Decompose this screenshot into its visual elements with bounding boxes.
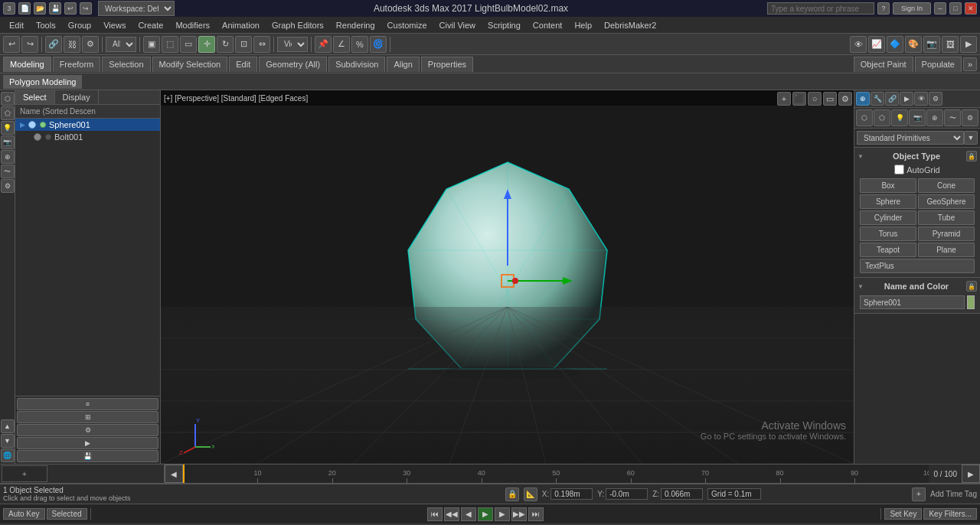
render-btn[interactable]: ▶ [960,36,977,53]
measure-icon[interactable]: 📐 [524,488,537,501]
scene-display-tab[interactable]: Display [55,90,99,104]
bind-tool[interactable]: ⚙ [82,36,99,53]
move-keys[interactable]: ▲ [1,419,15,433]
tab-subdivision[interactable]: Subdivision [328,57,385,72]
vp-cube[interactable]: ⬛ [792,92,806,106]
rp-helper-icon[interactable]: ⊕ [926,109,943,126]
vp-settings[interactable]: ⚙ [838,92,852,106]
move-keys2[interactable]: ▼ [1,434,15,448]
render-setup[interactable]: 📷 [923,36,940,53]
object-type-lock[interactable]: 🔒 [966,151,977,161]
add-time-tag-btn[interactable]: + [912,488,926,501]
move-tool[interactable]: ✛ [198,36,215,53]
rp-spacewarp-icon[interactable]: 〜 [944,109,961,126]
box-btn[interactable]: Box [860,178,916,193]
create-space-warps[interactable]: 〜 [1,165,15,178]
panel-polygon-modeling[interactable]: Polygon Modeling [3,75,82,89]
rp-display-icon[interactable]: 👁 [914,92,928,106]
menu-civil-view[interactable]: Civil View [433,19,482,31]
help-btn[interactable]: ? [877,2,890,15]
autogrid-checkbox[interactable] [894,165,904,174]
color-swatch[interactable] [967,295,975,309]
name-color-lock[interactable]: 🔒 [966,281,977,292]
menu-customize[interactable]: Customize [381,19,433,31]
select-region[interactable]: ⬚ [162,36,178,53]
rp-light-icon[interactable]: 💡 [891,109,908,126]
scene-explorer[interactable]: 🌐 [1,448,15,462]
new-btn[interactable]: 📄 [18,2,31,15]
mirror-tool[interactable]: ⇔ [253,36,270,53]
teapot-btn[interactable]: Teapot [860,243,916,257]
workspace-dropdown[interactable]: Workspace: Default [98,1,175,16]
named-sel[interactable]: 👁 [850,36,867,53]
rp-shape-icon[interactable]: ⬠ [874,109,890,126]
spinner-snap[interactable]: 🌀 [370,36,387,53]
create-geometry[interactable]: ⬡ [1,92,15,106]
menu-edit[interactable]: Edit [3,19,30,31]
rp-create-icon[interactable]: ⊕ [856,92,870,106]
rp-hierarchy-icon[interactable]: 🔗 [885,92,899,106]
redo-btn[interactable]: ↪ [80,2,92,15]
plane-btn[interactable]: Plane [918,243,975,257]
viewport[interactable]: [+] [Perspective] [Standard] [Edged Face… [161,90,854,464]
menu-animation[interactable]: Animation [216,19,266,31]
vp-plus[interactable]: + [777,92,791,106]
play-btn[interactable]: ▶ [478,507,493,521]
go-end-btn[interactable]: ⏭ [528,507,544,521]
schematic[interactable]: 🔷 [887,36,903,53]
tab-populate[interactable]: Populate [915,57,962,72]
create-lights[interactable]: 💡 [1,121,15,135]
primitives-dropdown[interactable]: Standard Primitives [857,131,964,145]
scene-bolt-name[interactable]: Bolt001 [54,132,83,142]
menu-create[interactable]: Create [132,19,169,31]
menu-scripting[interactable]: Scripting [482,19,527,31]
rp-camera-icon[interactable]: 📷 [909,109,926,126]
prev-frame-btn[interactable]: ◀◀ [444,507,459,521]
tab-edit[interactable]: Edit [229,57,257,72]
sign-in-btn[interactable]: Sign In [893,2,931,15]
expand-btn[interactable]: » [963,57,977,71]
snap-toggle[interactable]: 📌 [315,36,332,53]
torus-btn[interactable]: Torus [860,227,916,241]
vp-rect[interactable]: ▭ [823,92,837,106]
minimize-btn[interactable]: – [934,2,946,15]
tab-geometry-all[interactable]: Geometry (All) [259,57,327,72]
tab-align[interactable]: Align [387,57,419,72]
textplus-btn[interactable]: TextPlus [860,259,975,273]
go-start-btn[interactable]: ⏮ [427,507,443,521]
menu-content[interactable]: Content [527,19,569,31]
menu-debris[interactable]: DebrisMaker2 [598,19,662,31]
menu-rendering[interactable]: Rendering [330,19,381,31]
auto-key-btn[interactable]: Auto Key [3,508,45,520]
menu-group[interactable]: Group [62,19,98,31]
object-name-input[interactable] [860,295,965,309]
tab-selection[interactable]: Selection [102,57,150,72]
lock-icon[interactable]: 🔒 [505,488,519,501]
tab-freeform[interactable]: Freeform [53,57,101,72]
scene-item-bolt[interactable]: Bolt001 [15,131,160,143]
render-frame[interactable]: 🖼 [942,36,959,53]
pyramid-btn[interactable]: Pyramid [918,227,975,241]
menu-tools[interactable]: Tools [30,19,62,31]
next-frame-btn[interactable]: ▶▶ [511,507,527,521]
create-systems[interactable]: ⚙ [1,179,15,193]
view-dropdown[interactable]: View [277,37,308,52]
tab-object-paint[interactable]: Object Paint [854,57,913,72]
app-icon[interactable]: 3 [3,2,15,15]
set-key-btn[interactable]: Set Key [884,508,922,520]
key-filters-btn[interactable]: Key Filters... [923,508,977,520]
save-btn[interactable]: 💾 [49,2,61,15]
scene-save[interactable]: 💾 [17,450,158,462]
rp-system-icon[interactable]: ⚙ [962,109,978,126]
open-btn[interactable]: 📂 [34,2,46,15]
create-cameras[interactable]: 📷 [1,135,15,149]
rp-utility-icon[interactable]: ⚙ [929,92,942,106]
scale-tool[interactable]: ⊡ [235,36,252,53]
geosphere-btn[interactable]: GeoSphere [918,194,975,209]
undo-btn[interactable]: ↩ [64,2,77,15]
dropdown-arrow[interactable]: ▼ [964,131,978,145]
timeline-ruler[interactable]: 0 10 20 30 40 50 60 70 80 90 100 [183,465,929,483]
select-window[interactable]: ▭ [180,36,197,53]
scene-item-sphere[interactable]: ▶ Sphere001 [15,119,160,131]
filter-dropdown[interactable]: All [106,37,136,52]
